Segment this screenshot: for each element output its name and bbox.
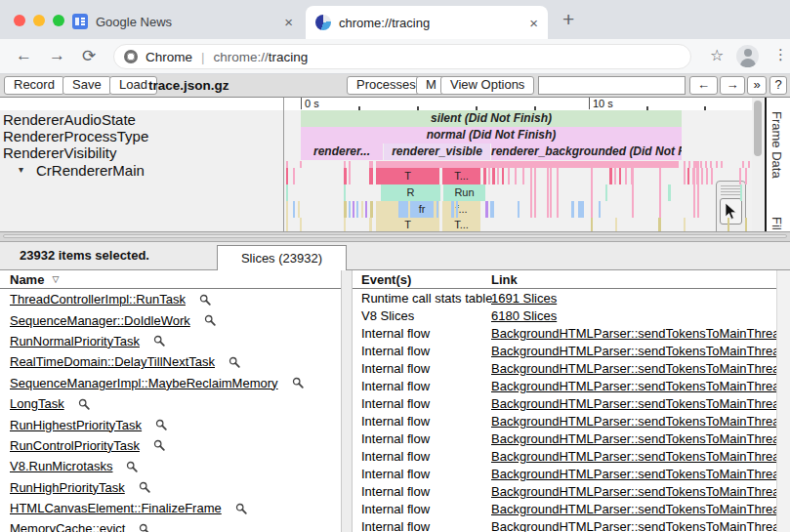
trace-slice[interactable]: fr (410, 201, 434, 218)
trace-slice[interactable] (658, 218, 661, 231)
trace-slice[interactable] (508, 168, 510, 184)
trace-slice[interactable] (599, 201, 601, 218)
name-column-header[interactable]: Name ▽ (0, 270, 341, 289)
forward-icon[interactable]: → (49, 46, 65, 65)
magnifier-icon[interactable] (229, 356, 240, 368)
state-bar[interactable]: renderer_backgrounded (Did Not Finish) (491, 143, 682, 160)
event-link[interactable]: 6180 Slices (491, 308, 557, 323)
trace-slice[interactable] (688, 161, 690, 168)
trace-slice[interactable] (286, 168, 288, 184)
trace-slice[interactable] (659, 161, 661, 218)
trace-slice[interactable] (344, 201, 347, 218)
trace-slice[interactable] (300, 218, 302, 231)
minimize-window-button[interactable] (33, 15, 45, 26)
drag-grip[interactable] (721, 185, 741, 195)
magnifier-icon[interactable] (292, 377, 304, 389)
expand-button[interactable]: » (747, 76, 767, 95)
trace-slice[interactable] (710, 161, 712, 168)
trace-slice[interactable] (488, 168, 490, 184)
slice-name-link[interactable]: SequenceManagerImpl::MaybeReclaimMemory (10, 376, 278, 390)
trace-slice[interactable] (369, 218, 372, 231)
trace-slice[interactable] (668, 184, 671, 201)
trace-slice[interactable] (547, 161, 549, 218)
magnifier-icon[interactable] (153, 439, 165, 451)
trace-slice[interactable] (286, 201, 288, 218)
trace-slice[interactable] (745, 168, 747, 184)
trace-slice[interactable] (705, 161, 707, 168)
trace-slice[interactable] (502, 168, 504, 184)
collapse-triangle-icon[interactable]: ▾ (19, 164, 23, 175)
trace-slice[interactable] (344, 218, 346, 231)
trace-slice[interactable] (619, 168, 621, 184)
trace-slice[interactable] (557, 161, 559, 218)
trace-slice[interactable] (700, 161, 702, 168)
timeline-scrollbar-thumb[interactable] (754, 101, 762, 156)
new-tab-button[interactable]: + (562, 8, 574, 31)
event-link[interactable]: BackgroundHTMLParser::sendTokensToMainTh… (491, 449, 776, 464)
slice-name-link[interactable]: RealTimeDomain::DelayTillNextTask (10, 354, 215, 369)
save-button[interactable]: Save (62, 76, 111, 95)
trace-slice[interactable] (456, 201, 458, 218)
trace-slice[interactable] (625, 168, 627, 184)
trace-slice[interactable] (344, 161, 346, 168)
state-bar[interactable]: silent (Did Not Finish) (301, 110, 682, 127)
trace-slice[interactable] (701, 168, 703, 184)
trace-slice[interactable] (739, 168, 741, 184)
trace-slice[interactable] (522, 168, 524, 184)
state-bar[interactable]: renderer... (301, 143, 383, 160)
trace-slice[interactable] (706, 168, 708, 184)
trace-slice[interactable] (578, 201, 584, 218)
event-link[interactable]: BackgroundHTMLParser::sendTokensToMainTh… (491, 379, 776, 393)
slice-name-link[interactable]: LongTask (10, 396, 64, 411)
trace-slice[interactable] (497, 168, 499, 184)
selection-mode-button[interactable] (720, 198, 742, 225)
profile-avatar[interactable] (736, 45, 759, 67)
slice-name-link[interactable]: RunNormalPriorityTask (10, 334, 140, 348)
trace-slice[interactable] (518, 201, 520, 218)
thread-row-crrenderermain[interactable]: ▾ CrRendererMain (0, 162, 281, 179)
event-link[interactable]: 1691 Slices (491, 291, 557, 306)
trace-slice[interactable] (530, 161, 532, 218)
trace-slice[interactable] (742, 161, 744, 168)
slice-name-link[interactable]: RunHighPriorityTask (10, 480, 125, 495)
magnifier-icon[interactable] (78, 398, 90, 410)
trace-slice[interactable] (344, 184, 346, 201)
trace-slice[interactable] (716, 161, 718, 168)
trace-slice[interactable] (293, 201, 295, 218)
event-link[interactable]: BackgroundHTMLParser::sendTokensToMainTh… (491, 344, 776, 358)
trace-slice[interactable] (693, 161, 695, 218)
trace-slice[interactable] (349, 168, 351, 184)
trace-slice[interactable] (534, 161, 536, 218)
slice-name-link[interactable]: V8.RunMicrotasks (10, 459, 112, 473)
magnifier-icon[interactable] (199, 294, 211, 306)
trace-slice[interactable] (492, 168, 495, 184)
view-options-button[interactable]: View Options (440, 76, 534, 95)
magnifier-icon[interactable] (204, 314, 216, 326)
trace-slice[interactable]: Run (443, 184, 485, 201)
trace-slice[interactable]: R (381, 184, 440, 201)
find-previous-button[interactable]: ← (689, 76, 718, 95)
trace-slice[interactable] (483, 168, 486, 184)
trace-slice[interactable] (349, 161, 351, 168)
trace-slice[interactable] (370, 201, 373, 218)
trace-slice[interactable] (711, 168, 713, 184)
record-button[interactable]: Record (4, 76, 64, 95)
event-link[interactable]: BackgroundHTMLParser::sendTokensToMainTh… (491, 414, 776, 429)
magnifier-icon[interactable] (139, 481, 150, 493)
table-scrollbar-track[interactable] (776, 270, 790, 532)
state-bar[interactable]: renderer_visible (384, 143, 490, 160)
magnifier-icon[interactable] (153, 335, 165, 347)
trace-slice[interactable] (605, 184, 607, 201)
trace-slice[interactable] (349, 201, 351, 218)
slice-name-link[interactable]: SequenceManager::DoIdleWork (10, 313, 190, 328)
trace-slice[interactable] (286, 218, 288, 231)
slice-name-link[interactable]: RunHighestPriorityTask (10, 418, 142, 432)
trace-slice[interactable] (286, 161, 288, 168)
trace-slice[interactable] (721, 161, 723, 168)
timeline-canvas[interactable]: RendererAudioState RendererProcessType R… (0, 98, 790, 231)
trace-slice[interactable]: f... (442, 201, 480, 218)
event-link[interactable]: BackgroundHTMLParser::sendTokensToMainTh… (491, 361, 776, 376)
trace-slice[interactable]: T... (442, 168, 480, 184)
back-icon[interactable]: ← (16, 46, 32, 65)
trace-slice[interactable]: T (376, 218, 439, 231)
